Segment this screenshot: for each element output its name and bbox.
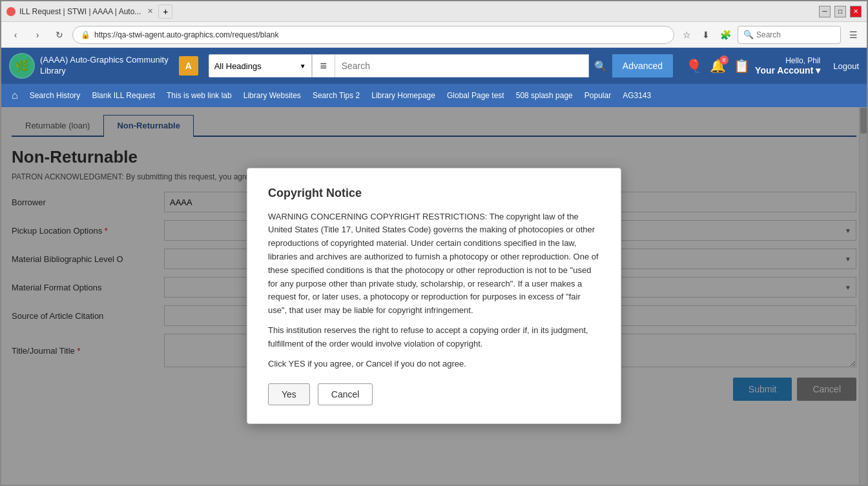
modal-yes-btn[interactable]: Yes [268,383,310,405]
logo-inner: 🌿 [10,54,34,77]
copyright-modal: Copyright Notice WARNING CONCERNING COPY… [247,168,621,425]
user-info: Hello, Phil Your Account ▾ [755,56,820,76]
hot-air-balloon-icon[interactable]: 🎈 [686,58,702,74]
nav-ag3143[interactable]: AG3143 [617,88,656,103]
database-icon[interactable]: ≡ [312,54,335,77]
modal-title: Copyright Notice [268,187,600,200]
tab-close-btn[interactable]: ✕ [147,7,153,15]
notification-icon[interactable]: 🔔 8 [710,58,726,74]
url-display: https://qa-stwi-agent.auto-graphics.com/… [94,30,278,39]
tab-title: ILL Request | STWI | AAAA | Auto... [19,7,141,16]
nav-menu: ⌂ Search History Blank ILL Request This … [1,84,867,107]
search-dropdown[interactable]: All Headings ▼ [209,54,312,77]
extensions-btn[interactable]: 🧩 [717,26,734,43]
title-bar: ILL Request | STWI | AAAA | Auto... ✕ + … [1,1,867,22]
minimize-btn[interactable]: ─ [819,6,831,17]
nav-home-icon[interactable]: ⌂ [6,87,23,104]
app-header: 🌿 (AAAA) Auto-Graphics Community Library… [1,48,867,84]
main-content: Returnable (loan) Non-Returnable Non-Ret… [1,107,867,485]
app-logo: 🌿 [9,53,35,79]
close-btn[interactable]: ✕ [850,6,862,17]
dropdown-arrow-icon: ▼ [300,63,306,70]
modal-body-para2: This institution reserves the right to r… [268,324,600,351]
nav-library-websites[interactable]: Library Websites [238,88,306,103]
refresh-btn[interactable]: ↻ [50,26,68,44]
user-greeting: Hello, Phil [755,56,820,65]
nav-bar: ‹ › ↻ 🔒 https://qa-stwi-agent.auto-graph… [1,22,867,48]
address-bar: 🔒 https://qa-stwi-agent.auto-graphics.co… [72,26,674,44]
account-chevron-icon: ▾ [816,65,820,76]
list-icon[interactable]: 📋 [734,58,750,74]
notif-count-badge: 8 [719,56,728,65]
maximize-btn[interactable]: □ [834,6,846,17]
search-input[interactable] [335,54,589,77]
modal-body-para1: WARNING CONCERNING COPYRIGHT RESTRICTION… [268,210,600,318]
hamburger-menu-btn[interactable]: ☰ [845,26,862,43]
modal-cancel-btn[interactable]: Cancel [318,383,373,405]
nav-library-homepage[interactable]: Library Homepage [366,88,440,103]
modal-buttons: Yes Cancel [268,383,600,405]
org-name: (AAAA) Auto-Graphics Community Library [40,55,169,77]
modal-overlay: Copyright Notice WARNING CONCERNING COPY… [1,107,867,485]
user-account-link[interactable]: Your Account ▾ [755,65,820,76]
nav-search-history[interactable]: Search History [25,88,86,103]
search-area: All Headings ▼ ≡ 🔍 Advanced [209,54,673,77]
nav-popular[interactable]: Popular [579,88,616,103]
modal-body-para3: Click YES if you agree, or Cancel if you… [268,358,600,371]
new-tab-btn[interactable]: + [158,5,172,19]
logout-btn[interactable]: Logout [833,61,859,71]
browser-search-input[interactable] [756,30,821,39]
nav-508-splash[interactable]: 508 splash page [511,88,578,103]
nav-weblink-lab[interactable]: This is web link lab [161,88,237,103]
back-btn[interactable]: ‹ [6,26,25,44]
nav-global-page-test[interactable]: Global Page test [442,88,510,103]
nav-blank-ill[interactable]: Blank ILL Request [87,88,160,103]
forward-btn[interactable]: › [28,26,46,44]
advanced-search-btn[interactable]: Advanced [612,54,673,77]
nav-search-tips[interactable]: Search Tips 2 [307,88,365,103]
download-btn[interactable]: ⬇ [698,26,714,43]
bookmark-btn[interactable]: ☆ [678,26,695,43]
modal-body: WARNING CONCERNING COPYRIGHT RESTRICTION… [268,210,600,371]
browser-search-bar[interactable]: 🔍 [738,26,841,44]
search-submit-btn[interactable]: 🔍 [589,54,612,77]
header-icons: 🎈 🔔 8 📋 [686,58,750,74]
